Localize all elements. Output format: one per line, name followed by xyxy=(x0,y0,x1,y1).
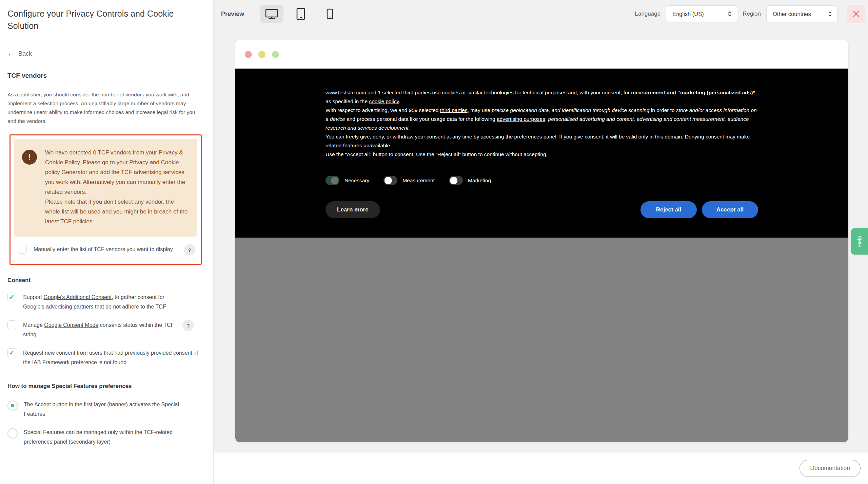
traffic-light-red xyxy=(245,51,252,58)
select-arrows-icon xyxy=(727,11,732,17)
manual-vendors-checkbox[interactable] xyxy=(18,245,27,254)
new-consent-label[interactable]: Request new consent from users that had … xyxy=(23,348,199,367)
traffic-light-yellow xyxy=(258,51,265,58)
measurement-toggle-label: Measurement xyxy=(402,178,435,184)
additional-consent-label[interactable]: Support Google’s Additional Consent, to … xyxy=(23,293,186,312)
tablet-icon xyxy=(296,8,305,20)
measurement-toggle[interactable] xyxy=(383,176,397,185)
region-label: Region xyxy=(743,11,761,17)
warning-text: We have detected 0 TCF vendors from your… xyxy=(45,148,189,226)
tcf-vendors-heading: TCF vendors xyxy=(7,72,206,79)
help-tab[interactable]: Help xyxy=(851,228,868,255)
banner-paragraph-2: With respect to advertising, we and 959 … xyxy=(326,106,758,132)
device-phone-button[interactable] xyxy=(318,5,342,23)
footer-bar: Documentation xyxy=(214,452,868,484)
browser-preview-window: www.testsite.com and 1 selected third pa… xyxy=(235,40,848,442)
consent-row-new-consent: ✓ Request new consent from users that ha… xyxy=(7,348,206,367)
traffic-light-green xyxy=(272,51,279,58)
desktop-icon xyxy=(265,8,278,19)
reject-all-button[interactable]: Reject all xyxy=(640,201,697,218)
device-tablet-button[interactable] xyxy=(289,5,313,23)
phone-icon xyxy=(327,8,333,19)
consent-row-additional-consent: ✓ Support Google’s Additional Consent, t… xyxy=(7,293,206,312)
consent-mode-help-icon[interactable]: ? xyxy=(182,320,194,331)
close-icon xyxy=(852,10,860,18)
accept-activates-radio[interactable] xyxy=(7,401,18,411)
accept-all-button[interactable]: Accept all xyxy=(702,201,758,218)
check-icon: ✓ xyxy=(9,349,15,357)
cookie-banner: www.testsite.com and 1 selected third pa… xyxy=(235,69,848,238)
preview-label: Preview xyxy=(221,11,244,18)
banner-paragraph-4: Use the “Accept all” button to consent. … xyxy=(326,150,758,159)
marketing-toggle-label: Marketing xyxy=(468,178,491,184)
tcf-warning-highlight: ! We have detected 0 TCF vendors from yo… xyxy=(9,134,202,265)
necessary-toggle-label: Necessary xyxy=(344,178,369,184)
consent-row-consent-mode: Manage Google Consent Mode consents stat… xyxy=(7,320,206,339)
learn-more-button[interactable]: Learn more xyxy=(326,201,380,218)
banner-paragraph-1: www.testsite.com and 1 selected third pa… xyxy=(326,88,758,106)
back-arrow-icon: ← xyxy=(7,50,14,58)
locale-controls: Language English (US) Region Other count… xyxy=(635,5,868,23)
special-features-heading: How to manage Special Features preferenc… xyxy=(7,383,206,390)
help-tab-label: Help xyxy=(856,236,863,247)
preview-topbar: Preview Language English (US) Region xyxy=(214,0,868,28)
page-title: Configure your Privacy Controls and Cook… xyxy=(7,7,205,32)
additional-consent-checkbox[interactable]: ✓ xyxy=(7,293,16,301)
manual-vendors-help-icon[interactable]: ? xyxy=(184,244,195,256)
consent-mode-label[interactable]: Manage Google Consent Mode consents stat… xyxy=(23,320,176,339)
close-preview-button[interactable] xyxy=(847,5,865,23)
preview-page-body xyxy=(235,238,848,442)
accept-activates-label[interactable]: The Accept button in the first layer (ba… xyxy=(24,400,200,419)
device-desktop-button[interactable] xyxy=(260,5,283,23)
secondary-layer-radio[interactable] xyxy=(7,428,18,439)
manual-vendors-label[interactable]: Manually enter the list of TCF vendors y… xyxy=(34,245,177,254)
back-label: Back xyxy=(18,50,32,57)
warning-icon: ! xyxy=(22,150,37,165)
warning-line-2: Please note that if you don’t select any… xyxy=(45,197,189,226)
toggle-item-necessary: Necessary xyxy=(326,176,369,185)
cookie-banner-text: www.testsite.com and 1 selected third pa… xyxy=(326,88,758,159)
documentation-button[interactable]: Documentation xyxy=(800,460,861,477)
banner-paragraph-3: You can freely give, deny, or withdraw y… xyxy=(326,132,758,150)
special-features-option-1: The Accept button in the first layer (ba… xyxy=(7,400,206,419)
config-sidebar: Configure your Privacy Controls and Cook… xyxy=(0,0,214,484)
consent-mode-checkbox[interactable] xyxy=(7,320,16,329)
toggle-item-measurement: Measurement xyxy=(383,176,435,185)
language-select[interactable]: English (US) xyxy=(666,5,737,22)
preview-area: www.testsite.com and 1 selected third pa… xyxy=(214,28,868,452)
device-switcher xyxy=(260,5,342,23)
purpose-toggles: Necessary Measurement Marketing xyxy=(326,176,758,185)
secondary-layer-label[interactable]: Special Features can be managed only wit… xyxy=(24,428,200,447)
warning-line-1: We have detected 0 TCF vendors from your… xyxy=(45,148,189,197)
new-consent-checkbox[interactable]: ✓ xyxy=(7,348,16,357)
special-features-option-2: Special Features can be managed only wit… xyxy=(7,428,206,447)
back-button[interactable]: ← Back xyxy=(0,41,213,58)
consent-heading: Consent xyxy=(7,277,206,284)
tcf-warning-box: ! We have detected 0 TCF vendors from yo… xyxy=(14,139,197,237)
region-value: Other countries xyxy=(773,11,811,17)
select-arrows-icon xyxy=(828,11,832,17)
language-label: Language xyxy=(635,11,660,17)
browser-chrome-bar xyxy=(235,40,848,69)
marketing-toggle[interactable] xyxy=(449,176,463,185)
region-select[interactable]: Other countries xyxy=(766,5,837,22)
necessary-toggle[interactable] xyxy=(326,176,339,185)
tcf-vendors-description: As a publisher, you should consider the … xyxy=(7,90,197,126)
manual-vendors-row: Manually enter the list of TCF vendors y… xyxy=(14,241,197,260)
sidebar-header: Configure your Privacy Controls and Cook… xyxy=(0,0,213,41)
check-icon: ✓ xyxy=(9,293,15,301)
toggle-item-marketing: Marketing xyxy=(449,176,491,185)
language-value: English (US) xyxy=(672,11,704,17)
